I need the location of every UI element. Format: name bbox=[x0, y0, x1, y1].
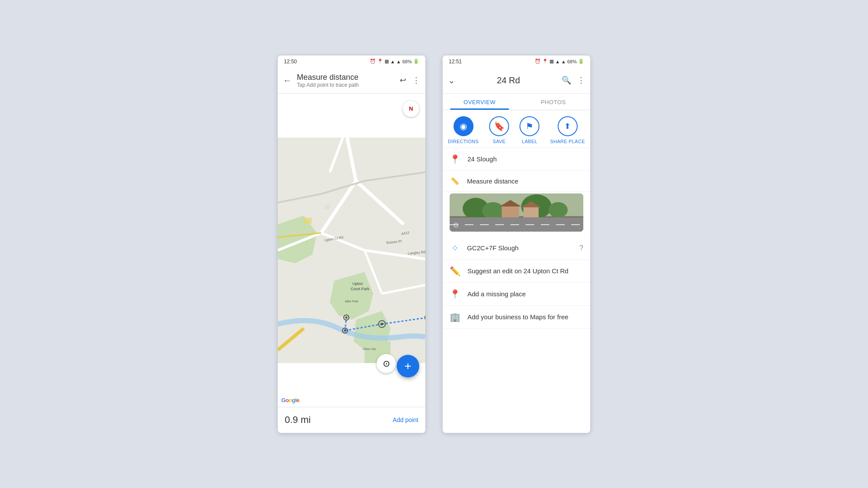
tabs: OVERVIEW PHOTOS bbox=[443, 94, 590, 110]
svg-point-48 bbox=[549, 202, 568, 218]
svg-rect-40 bbox=[325, 205, 330, 209]
svg-text:elles Park: elles Park bbox=[345, 300, 358, 303]
status-bar-left: 12:50 ⏰ 📍 ▦ ▲ ▲ 68% 🔋 bbox=[278, 56, 425, 68]
svg-rect-49 bbox=[502, 206, 519, 219]
add-point-fab[interactable]: + bbox=[397, 355, 419, 377]
directions-button[interactable]: ◉ DIRECTIONS bbox=[448, 116, 479, 144]
bookmark-icon: 🔖 bbox=[494, 121, 505, 131]
save-icon-circle: 🔖 bbox=[489, 116, 509, 136]
battery-icon-r: 🔋 bbox=[578, 59, 584, 64]
location-icon: 📍 bbox=[377, 59, 383, 64]
right-phone: 12:51 ⏰ 📍 ▦ ▲ ▲ 68% 🔋 ⌄ 24 Rd 🔍 ⋮ OVERVI… bbox=[443, 56, 590, 433]
label-button[interactable]: ⚑ LABEL bbox=[519, 116, 539, 144]
more-button-right[interactable]: ⋮ bbox=[577, 75, 585, 85]
action-row: ◉ DIRECTIONS 🔖 SAVE ⚑ LABEL ⬆ SHARE PLAC… bbox=[443, 110, 590, 148]
svg-point-46 bbox=[482, 202, 504, 219]
toolbar-left: ← Measure distance Tap Add point to trac… bbox=[278, 68, 425, 94]
svg-point-38 bbox=[345, 316, 348, 318]
wifi-icon: ▲ bbox=[390, 59, 395, 64]
label-label: LABEL bbox=[522, 139, 537, 144]
undo-button[interactable]: ↩ bbox=[400, 75, 406, 85]
measure-distance-item[interactable]: 📏 Measure distance bbox=[443, 171, 590, 192]
share-icon-circle: ⬆ bbox=[558, 116, 578, 136]
header-right-icons: 🔍 ⋮ bbox=[562, 75, 585, 85]
add-missing-text: Add a missing place bbox=[467, 290, 526, 298]
ruler-icon: 📏 bbox=[450, 177, 460, 185]
svg-text:Court Park: Court Park bbox=[351, 287, 370, 291]
toolbar-title-group: Measure distance Tap Add point to trace … bbox=[297, 73, 395, 88]
alarm-icon-r: ⏰ bbox=[535, 59, 541, 64]
label-icon-circle: ⚑ bbox=[519, 116, 539, 136]
toolbar-actions: ↩ ⋮ bbox=[400, 75, 420, 85]
location-name-text: 24 Slough bbox=[467, 155, 497, 163]
more-button-left[interactable]: ⋮ bbox=[412, 75, 420, 85]
pin-icon: 📍 bbox=[450, 154, 460, 164]
google-logo: Google bbox=[281, 397, 299, 403]
battery-icon: 🔋 bbox=[413, 59, 419, 64]
back-button[interactable]: ← bbox=[283, 75, 292, 85]
toolbar-subtitle: Tap Add point to trace path bbox=[297, 82, 395, 88]
street-view-container: ⊙ bbox=[443, 192, 590, 237]
directions-icon: ◉ bbox=[460, 121, 467, 131]
battery-right: 68% bbox=[567, 59, 577, 64]
location-button[interactable]: ⊙ bbox=[377, 354, 396, 373]
chevron-down-button[interactable]: ⌄ bbox=[448, 75, 455, 85]
add-point-button[interactable]: Add point bbox=[393, 416, 418, 423]
tab-photos[interactable]: PHOTOS bbox=[516, 94, 590, 110]
search-button[interactable]: 🔍 bbox=[562, 75, 571, 85]
map-area[interactable]: Upton Ct Rd A412 Sussex Pl Langley Rd La… bbox=[278, 94, 425, 407]
signal-icon: ▲ bbox=[396, 59, 401, 64]
add-business-item[interactable]: 🏢 Add your business to Maps for free bbox=[443, 306, 590, 329]
svg-point-34 bbox=[344, 329, 346, 331]
directions-icon-circle: ◉ bbox=[454, 116, 473, 136]
sim-icon: ▦ bbox=[385, 59, 389, 64]
plus-code-icon: ⁘ bbox=[450, 243, 460, 253]
svg-text:Ditton Ma: Ditton Ma bbox=[363, 347, 376, 350]
share-place-button[interactable]: ⬆ SHARE PLACE bbox=[550, 116, 585, 144]
save-label: SAVE bbox=[493, 139, 506, 144]
sim-icon-r: ▦ bbox=[549, 59, 554, 64]
help-icon[interactable]: ? bbox=[579, 244, 583, 252]
street-view-icon: ⊙ bbox=[453, 221, 459, 229]
crosshair-icon: ⊙ bbox=[383, 358, 390, 369]
location-name-item: 📍 24 Slough bbox=[443, 148, 590, 171]
signal-icon-r: ▲ bbox=[561, 59, 566, 64]
battery-left: 68% bbox=[402, 59, 412, 64]
compass-button[interactable]: N bbox=[403, 101, 419, 117]
add-business-text: Add your business to Maps for free bbox=[467, 313, 569, 321]
flag-icon: ⚑ bbox=[526, 121, 533, 131]
street-view-image[interactable]: ⊙ bbox=[450, 193, 583, 232]
status-bar-right: 12:51 ⏰ 📍 ▦ ▲ ▲ 68% 🔋 bbox=[443, 56, 590, 68]
header-right: ⌄ 24 Rd 🔍 ⋮ bbox=[443, 68, 590, 94]
svg-text:Upton: Upton bbox=[352, 282, 363, 286]
business-icon: 🏢 bbox=[450, 312, 460, 322]
alarm-icon: ⏰ bbox=[370, 59, 376, 64]
save-button[interactable]: 🔖 SAVE bbox=[489, 116, 509, 144]
directions-label: DIRECTIONS bbox=[448, 139, 479, 144]
plus-code-text: GC2C+7F Slough bbox=[467, 244, 519, 252]
share-label: SHARE PLACE bbox=[550, 139, 585, 144]
share-icon: ⬆ bbox=[564, 121, 571, 131]
status-icons-right: ⏰ 📍 ▦ ▲ ▲ 68% 🔋 bbox=[535, 59, 584, 64]
svg-rect-51 bbox=[523, 207, 539, 219]
left-phone: 12:50 ⏰ 📍 ▦ ▲ ▲ 68% 🔋 ← Measure distance… bbox=[278, 56, 425, 433]
distance-display: 0.9 mi bbox=[285, 414, 311, 426]
add-place-icon: 📍 bbox=[450, 289, 460, 299]
add-missing-item[interactable]: 📍 Add a missing place bbox=[443, 283, 590, 306]
svg-rect-39 bbox=[304, 218, 312, 224]
measure-distance-text: Measure distance bbox=[467, 177, 518, 185]
plus-code-left: ⁘ GC2C+7F Slough bbox=[450, 243, 519, 253]
suggest-edit-text: Suggest an edit on 24 Upton Ct Rd bbox=[467, 267, 569, 275]
toolbar-title: Measure distance bbox=[297, 73, 395, 82]
status-icons-left: ⏰ 📍 ▦ ▲ ▲ 68% 🔋 bbox=[370, 59, 419, 64]
time-left: 12:50 bbox=[284, 59, 297, 65]
pencil-icon: ✏️ bbox=[450, 266, 460, 276]
bottom-bar: 0.9 mi Add point bbox=[278, 407, 425, 433]
street-view-svg bbox=[450, 193, 583, 232]
suggest-edit-item[interactable]: ✏️ Suggest an edit on 24 Upton Ct Rd bbox=[443, 260, 590, 283]
tab-overview[interactable]: OVERVIEW bbox=[443, 94, 516, 110]
svg-point-32 bbox=[381, 323, 383, 325]
plus-code-item: ⁘ GC2C+7F Slough ? bbox=[443, 237, 590, 260]
place-title: 24 Rd bbox=[460, 75, 556, 85]
info-list: 📍 24 Slough 📏 Measure distance bbox=[443, 148, 590, 433]
